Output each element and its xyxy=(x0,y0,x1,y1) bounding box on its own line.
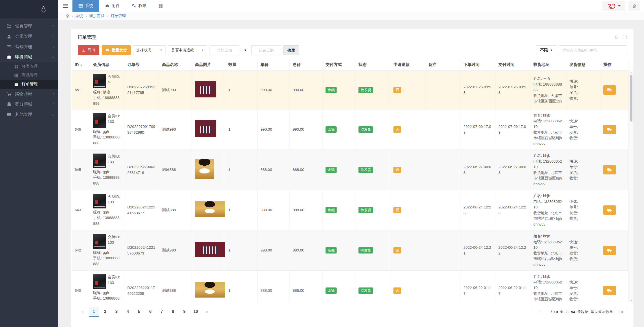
export-button[interactable]: 导出 xyxy=(78,45,99,55)
ship-order-button[interactable] xyxy=(603,85,616,95)
sidebar-item-label: 购物商城 xyxy=(15,91,52,97)
scroll-up-icon[interactable]: ▲ xyxy=(630,70,632,75)
column-header[interactable]: 状态 xyxy=(355,59,390,70)
status-select[interactable]: 选择状态▼ xyxy=(133,45,166,55)
tab-attachments[interactable]: 附件 xyxy=(99,0,126,12)
order-id-cell: 642 xyxy=(72,230,90,271)
column-header[interactable]: 订单号 xyxy=(124,59,159,70)
page-button[interactable]: 1 xyxy=(89,307,99,317)
ship-order-button[interactable] xyxy=(603,125,616,134)
sidebar-item-settings[interactable]: 设置管理 ‹ xyxy=(0,21,58,31)
column-header[interactable]: ID▲▼ xyxy=(72,59,90,70)
table-scrollbar[interactable]: ▲ ▼ xyxy=(629,70,633,303)
order-id-cell: 646 xyxy=(72,110,90,150)
batch-ship-button[interactable]: 批量发货 xyxy=(102,45,131,55)
column-header[interactable]: 商品名称 xyxy=(159,59,192,70)
refresh-icon[interactable] xyxy=(614,35,619,40)
search-scope-button[interactable]: 不限▼ xyxy=(536,45,557,55)
page-button[interactable]: 3 xyxy=(112,307,121,317)
start-date-input[interactable] xyxy=(210,45,239,55)
column-header[interactable]: 支付时间 xyxy=(495,59,530,70)
breadcrumb: › 系统 › 即拼商城 › 订单管理 xyxy=(58,12,644,20)
page-button[interactable]: 7 xyxy=(157,307,167,317)
sidebar-item-marketing[interactable]: 营销管理 ‹ xyxy=(0,42,58,52)
page-button[interactable]: 8 xyxy=(168,307,178,317)
pay-method-badge: 余额 xyxy=(326,126,337,133)
breadcrumb-link-mall[interactable]: 即拼商城 xyxy=(89,14,104,18)
member-avatar xyxy=(93,74,106,88)
sidebar-item-label: 订单管理 xyxy=(22,82,38,87)
hamburger-icon[interactable] xyxy=(58,0,72,12)
expand-icon[interactable] xyxy=(623,35,627,40)
sidebar-item-categories[interactable]: 分类管理 xyxy=(0,62,58,71)
sidebar-item-other[interactable]: 其他管理 ‹ xyxy=(0,109,58,120)
tab-apps[interactable] xyxy=(152,0,169,12)
sidebar-item-members[interactable]: 会员管理 ‹ xyxy=(0,31,58,42)
tab-system[interactable]: 系统 xyxy=(72,0,99,12)
column-header[interactable]: 申请退款 xyxy=(390,59,425,70)
page-button[interactable]: 4 xyxy=(123,307,133,317)
member-info-cell: 会员ID: 133 昵称: ggh 手机: 13888888888 xyxy=(90,190,124,230)
table-row: 646 会员ID: 133 昵称: ggh 手机: 13888888888 D2… xyxy=(72,110,629,150)
scroll-down-icon[interactable]: ▼ xyxy=(630,299,632,303)
sidebar-item-shopping-mall[interactable]: 购物商城 ‹ xyxy=(0,89,58,99)
column-header[interactable]: 下单时间 xyxy=(460,59,495,70)
page-button[interactable]: » xyxy=(202,307,212,317)
pagination-info: / 10 页, 共 94 条数据, 每页显示数量 xyxy=(533,307,627,316)
page-title: 订单管理 xyxy=(78,34,96,40)
breadcrumb-link-system[interactable]: 系统 xyxy=(75,14,83,18)
page-number-input[interactable] xyxy=(533,307,549,316)
scrollbar-thumb[interactable] xyxy=(630,75,632,122)
clear-cache-button[interactable] xyxy=(628,1,640,11)
column-header[interactable]: 操作 xyxy=(600,59,629,70)
page-button[interactable]: 2 xyxy=(100,307,110,317)
page-button[interactable]: 9 xyxy=(180,307,189,317)
member-info-cell: 会员ID: 133 昵称: ggh 手机: 13888888888 xyxy=(90,150,124,190)
sidebar-item-group-mall[interactable]: 即拼商城 ‹ xyxy=(0,52,58,62)
refund-select[interactable]: 是否申请退款▼ xyxy=(168,45,207,55)
ship-received: 收货: xyxy=(569,175,597,181)
addr-full: 收货地址: 北京市市辖区西城区hjjhdhhvvv xyxy=(533,250,563,268)
breadcrumb-link-orders[interactable]: 订单管理 xyxy=(111,14,126,18)
ship-order-button[interactable] xyxy=(603,165,616,174)
column-header[interactable]: 发货信息 xyxy=(566,59,600,70)
page-button[interactable]: 6 xyxy=(146,307,155,317)
column-header[interactable]: 总价 xyxy=(290,59,323,70)
toolbar-right: 不限▼ xyxy=(536,45,627,55)
ship-order-button[interactable] xyxy=(603,205,616,215)
member-phone: 手机: 13888888888 xyxy=(93,255,121,267)
sidebar-item-products[interactable]: 商品管理 xyxy=(0,71,58,80)
search-input[interactable] xyxy=(559,45,627,55)
column-header[interactable]: 数量 xyxy=(225,59,257,70)
date-range-arrow[interactable]: › xyxy=(242,47,249,53)
page-size-input[interactable] xyxy=(615,307,627,316)
tab-permissions[interactable]: 权限 xyxy=(126,0,152,12)
confirm-button[interactable]: 确定 xyxy=(283,45,299,55)
sidebar: 设置管理 ‹ 会员管理 ‹ 营销管理 ‹ 即拼商城 ‹ 分类管 xyxy=(0,0,58,327)
product-image-cell xyxy=(192,271,225,303)
column-header[interactable]: 支付方式 xyxy=(323,59,355,70)
table-row: 643 会员ID: 133 昵称: ggh 手机: 13888888888 D2… xyxy=(72,190,629,230)
order-id-cell: 645 xyxy=(72,150,90,190)
page-button[interactable]: « xyxy=(78,307,87,317)
page-button[interactable]: 5 xyxy=(134,307,144,317)
column-header[interactable]: 商品图片 xyxy=(192,59,225,70)
column-header[interactable]: 收货地址 xyxy=(530,59,566,70)
user-menu[interactable] xyxy=(602,1,625,11)
chevron-left-icon: ‹ xyxy=(52,34,54,39)
column-header[interactable]: 单价 xyxy=(257,59,290,70)
order-id-cell: 640 xyxy=(72,271,90,303)
sort-icon[interactable]: ▲▼ xyxy=(80,64,82,67)
end-date-input[interactable] xyxy=(251,45,281,55)
ship-order-button[interactable] xyxy=(603,246,616,255)
action-cell xyxy=(600,230,629,271)
addr-phone: 电话: 13280805210 xyxy=(533,239,563,250)
page-button[interactable]: 10 xyxy=(191,307,200,317)
column-header[interactable]: 会员信息 xyxy=(90,59,124,70)
ship-order-button[interactable] xyxy=(603,286,616,295)
member-avatar xyxy=(93,154,106,168)
sidebar-item-orders[interactable]: 订单管理 xyxy=(0,80,58,89)
column-header[interactable]: 备注 xyxy=(425,59,460,70)
sidebar-item-points-mall[interactable]: 积分商城 ‹ xyxy=(0,99,58,109)
addr-phone: 电话: 13280805210 xyxy=(533,118,563,130)
